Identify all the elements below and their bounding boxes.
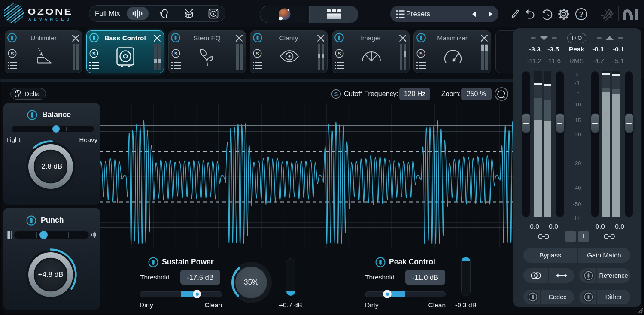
- svg-text:?: ?: [579, 10, 583, 18]
- svg-text:S: S: [337, 51, 341, 56]
- svg-text:S: S: [92, 51, 96, 56]
- svg-text:S: S: [256, 51, 259, 56]
- svg-text:S: S: [419, 51, 423, 56]
- svg-text:S: S: [10, 51, 14, 56]
- svg-text:S: S: [174, 51, 177, 56]
